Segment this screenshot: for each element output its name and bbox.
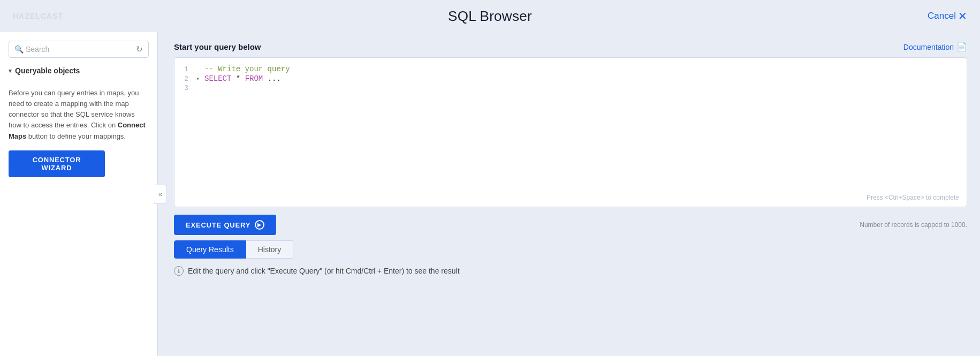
info-icon: ℹ	[174, 266, 184, 276]
queryable-label: Queryable objects	[15, 66, 80, 75]
execute-bar: EXECUTE QUERY ▶ Number of records is cap…	[174, 207, 967, 240]
info-text: Before you can query entries in maps, yo…	[9, 88, 149, 142]
code-editor[interactable]: 1 -- Write your query 2 ▾ SELECT * FROM …	[174, 57, 967, 207]
query-header: Start your query below Documentation 📄	[174, 42, 967, 52]
code-line-1: 1 -- Write your query	[174, 64, 967, 74]
search-icon: 🔍	[14, 45, 24, 54]
collapse-arrow-icon: ▾	[196, 75, 204, 83]
tab-history[interactable]: History	[246, 240, 294, 259]
autocomplete-hint: Press <Ctrl+Space> to complete	[867, 194, 959, 201]
tabs-row: Query Results History	[174, 240, 967, 259]
doc-icon: 📄	[956, 42, 967, 52]
collapse-sidebar-button[interactable]: «	[154, 185, 167, 204]
code-lines: 1 -- Write your query 2 ▾ SELECT * FROM …	[174, 58, 967, 99]
documentation-link[interactable]: Documentation 📄	[903, 42, 967, 52]
sidebar: 🔍 ↻ ▾ Queryable objects Before you can q…	[0, 32, 158, 356]
connector-wizard-button[interactable]: CONNECTOR WIZARD	[9, 150, 105, 177]
top-bar: HAZELCAST SQL Browser Cancel ✕	[0, 0, 980, 32]
chevron-left-icon: «	[158, 190, 162, 198]
query-label: Start your query below	[174, 42, 261, 51]
execute-query-button[interactable]: EXECUTE QUERY ▶	[174, 215, 276, 235]
code-line-2: 2 ▾ SELECT * FROM ...	[174, 74, 967, 84]
main-layout: 🔍 ↻ ▾ Queryable objects Before you can q…	[0, 32, 980, 356]
line-number-3: 3	[174, 84, 196, 92]
results-info-text: Edit the query and click "Execute Query"…	[188, 267, 460, 275]
code-sql: SELECT * FROM ...	[204, 74, 281, 83]
play-icon: ▶	[255, 220, 264, 230]
cancel-button[interactable]: Cancel ✕	[928, 10, 967, 22]
code-comment: -- Write your query	[204, 65, 290, 73]
tab-query-results[interactable]: Query Results	[174, 240, 246, 259]
close-icon: ✕	[958, 10, 967, 22]
refresh-icon[interactable]: ↻	[136, 44, 143, 54]
queryable-section: ▾ Queryable objects	[9, 66, 149, 81]
records-cap-label: Number of records is capped to 1000.	[860, 221, 967, 229]
results-info: ℹ Edit the query and click "Execute Quer…	[174, 266, 967, 276]
line-number-2: 2	[174, 75, 196, 83]
line-number-1: 1	[174, 65, 196, 73]
content-area: Start your query below Documentation 📄 1…	[158, 32, 980, 356]
page-title: SQL Browser	[448, 8, 532, 25]
execute-label: EXECUTE QUERY	[186, 221, 250, 229]
code-line-3: 3	[174, 84, 967, 93]
search-input[interactable]	[26, 45, 133, 54]
search-box: 🔍 ↻	[9, 41, 149, 58]
hazelcast-logo: HAZELCAST	[13, 12, 63, 20]
queryable-header[interactable]: ▾ Queryable objects	[9, 66, 149, 75]
chevron-down-icon: ▾	[9, 67, 12, 74]
